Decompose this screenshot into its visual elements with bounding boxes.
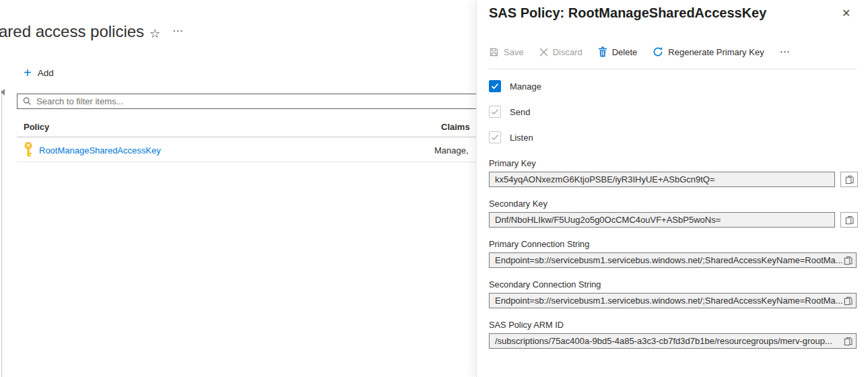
copy-icon[interactable]	[844, 296, 853, 308]
listen-checkbox-label: Listen	[510, 133, 533, 143]
search-icon	[23, 97, 32, 106]
panel-title: SAS Policy: RootManageSharedAccessKey	[489, 5, 766, 21]
policy-row-claims: Manage,	[434, 145, 469, 156]
regenerate-button-label: Regenerate Primary Key	[668, 47, 764, 57]
secondary-key-field[interactable]: Dnf/NboHLIkw/F5Uug2o5g0OcCMC4ouVF+ASbP5w…	[489, 212, 835, 228]
copy-icon[interactable]	[844, 255, 853, 268]
regenerate-primary-key-button[interactable]: Regenerate Primary Key	[653, 46, 764, 57]
page-more-icon[interactable]: ⋯	[172, 24, 184, 37]
send-checkbox-label: Send	[510, 107, 530, 117]
listen-checkbox[interactable]: Listen	[489, 131, 533, 143]
column-header-claims[interactable]: Claims	[441, 122, 470, 132]
table-row-divider	[17, 162, 479, 162]
copy-button[interactable]	[840, 212, 858, 228]
sas-policy-arm-id-field[interactable]: /subscriptions/75ac400a-9bd5-4a85-a3c3-c…	[489, 333, 857, 349]
primary-connection-string-label: Primary Connection String	[489, 239, 589, 249]
copy-button[interactable]	[840, 172, 858, 187]
primary-key-label: Primary Key	[489, 158, 536, 168]
save-button-label: Save	[504, 47, 524, 57]
sas-policy-panel: SAS Policy: RootManageSharedAccessKey ✕ …	[476, 0, 868, 377]
sas-policy-arm-id-value: /subscriptions/75ac400a-9bd5-4a85-a3c3-c…	[495, 336, 832, 346]
azure-portal: ared access policies ☆ ⋯ + Add Policy Cl…	[0, 0, 868, 377]
discard-button[interactable]: Discard	[539, 47, 582, 57]
sas-policy-arm-id-label: SAS Policy ARM ID	[489, 320, 564, 330]
disabled-checked-checkbox-icon	[489, 131, 501, 143]
secondary-key-label: Secondary Key	[489, 199, 547, 209]
primary-connection-string-field[interactable]: Endpoint=sb://servicebusm1.servicebus.wi…	[489, 252, 857, 268]
policy-row-link[interactable]: RootManageSharedAccessKey	[39, 145, 161, 156]
manage-checkbox-label: Manage	[510, 81, 541, 92]
add-button[interactable]: + Add	[24, 66, 54, 79]
checked-checkbox-icon	[489, 80, 501, 92]
save-button[interactable]: Save	[489, 47, 524, 57]
close-icon[interactable]: ✕	[842, 7, 850, 20]
disabled-checked-checkbox-icon	[489, 106, 501, 118]
favorite-star-icon[interactable]: ☆	[149, 26, 160, 41]
key-icon	[24, 142, 33, 160]
toolbar-more-button[interactable]: ⋯	[780, 46, 791, 58]
primary-connection-string-value: Endpoint=sb://servicebusm1.servicebus.wi…	[495, 255, 843, 265]
send-checkbox[interactable]: Send	[489, 106, 530, 118]
delete-button-label: Delete	[612, 47, 638, 57]
manage-checkbox[interactable]: Manage	[489, 80, 541, 92]
search-filter-box	[17, 94, 479, 109]
primary-key-field[interactable]: kx54yqAONxezmG6KtjoPSBE/iyR3IHyUE+ASbGcn…	[489, 172, 835, 187]
save-icon	[489, 47, 499, 57]
table-header-divider	[17, 137, 479, 137]
search-filter-input[interactable]	[36, 96, 478, 106]
copy-icon[interactable]	[844, 336, 853, 349]
refresh-icon	[653, 46, 663, 57]
discard-x-icon	[539, 48, 548, 57]
toolbar-divider	[489, 69, 857, 69]
page-title: ared access policies	[0, 22, 144, 41]
secondary-connection-string-field[interactable]: Endpoint=sb://servicebusm1.servicebus.wi…	[489, 293, 857, 308]
trash-icon	[598, 46, 607, 57]
pane-resize-divider[interactable]	[1, 90, 2, 377]
secondary-connection-string-label: Secondary Connection String	[489, 279, 601, 289]
secondary-connection-string-value: Endpoint=sb://servicebusm1.servicebus.wi…	[495, 296, 843, 306]
delete-button[interactable]: Delete	[598, 46, 638, 57]
column-header-policy[interactable]: Policy	[24, 122, 49, 132]
plus-icon: +	[24, 66, 32, 79]
discard-button-label: Discard	[553, 47, 582, 57]
panel-toolbar: Save Discard Delete	[489, 46, 791, 58]
pane-collapse-arrow-icon[interactable]	[1, 89, 5, 96]
add-button-label: Add	[38, 68, 54, 78]
